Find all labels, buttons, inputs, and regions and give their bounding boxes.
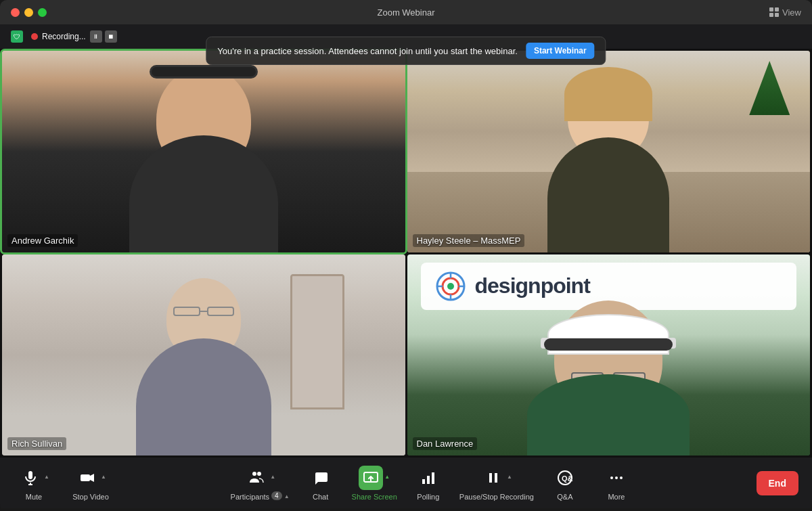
title-bar: Zoom Webinar View — [0, 0, 812, 24]
participants-button[interactable]: ▲ Participants 4 ▲ — [231, 465, 290, 501]
mute-label: Mute — [26, 493, 42, 501]
video-cell-dan: designpoint Dan Lawrence — [407, 254, 811, 456]
toolbar: ▲ Mute ▲ Stop Video — [0, 458, 812, 508]
designpoint-text: designpoint — [475, 273, 590, 298]
share-screen-button[interactable]: ▲ Share Screen — [352, 466, 397, 501]
video-cell-andrew: Andrew Garchik — [2, 51, 405, 252]
svg-rect-17 — [432, 472, 434, 484]
designpoint-icon — [434, 270, 467, 303]
participants-count-caret: ▲ — [284, 493, 290, 499]
svg-rect-15 — [422, 479, 425, 484]
polling-icon — [420, 470, 436, 486]
pause-stop-recording-button[interactable]: ▲ Pause/Stop Recording — [459, 466, 534, 501]
svg-rect-19 — [495, 473, 497, 483]
more-icon — [608, 470, 625, 486]
pause-stop-recording-label: Pause/Stop Recording — [459, 493, 534, 501]
svg-rect-10 — [81, 474, 90, 481]
participant-name-rich: Rich Sullivan — [7, 437, 66, 450]
pause-recording-button[interactable]: ⏸ — [90, 30, 102, 43]
participant-name-andrew: Andrew Garchik — [7, 234, 78, 247]
chat-icon-wrap — [309, 466, 333, 490]
qa-label: Q&A — [557, 493, 572, 501]
mute-button[interactable]: ▲ Mute — [14, 466, 54, 501]
stop-video-icon-wrap — [75, 466, 99, 490]
svg-marker-11 — [90, 474, 94, 482]
share-screen-icon-wrap — [359, 466, 383, 490]
svg-point-24 — [620, 476, 623, 479]
security-icon[interactable]: 🛡 — [11, 30, 23, 43]
participant-name-hayley: Hayley Steele – MassMEP — [413, 234, 525, 247]
minimize-button[interactable] — [24, 8, 33, 17]
toolbar-center: ▲ Participants 4 ▲ Chat — [231, 465, 637, 501]
practice-banner: You're in a practice session. Attendees … — [206, 37, 606, 65]
more-label: More — [608, 493, 625, 501]
more-button[interactable]: More — [596, 466, 637, 501]
pause-stop-recording-icon-wrap — [481, 466, 505, 490]
video-cell-hayley: Hayley Steele – MassMEP — [407, 51, 811, 252]
stop-video-button[interactable]: ▲ Stop Video — [70, 466, 111, 501]
polling-button[interactable]: Polling — [408, 466, 449, 501]
svg-point-23 — [615, 476, 618, 479]
svg-point-12 — [252, 472, 256, 476]
stop-recording-button[interactable]: ⏹ — [105, 30, 117, 43]
view-button[interactable]: View — [769, 7, 801, 18]
svg-point-13 — [257, 472, 261, 476]
qa-button[interactable]: Q&A Q&A — [545, 466, 585, 501]
grid-view-icon — [769, 7, 779, 17]
mute-icon-wrap — [18, 466, 43, 490]
window-title: Zoom Webinar — [377, 7, 434, 18]
polling-icon-wrap — [416, 466, 441, 490]
svg-rect-16 — [427, 476, 430, 484]
share-screen-caret[interactable]: ▲ — [384, 474, 390, 480]
chat-icon — [313, 470, 329, 486]
traffic-lights — [11, 8, 47, 17]
recording-label: Recording... — [42, 32, 86, 41]
recording-indicator — [31, 33, 38, 40]
toolbar-left: ▲ Mute ▲ Stop Video — [14, 466, 111, 501]
practice-message: You're in a practice session. Attendees … — [217, 46, 518, 56]
svg-point-22 — [610, 476, 613, 479]
chat-button[interactable]: Chat — [300, 466, 341, 501]
svg-text:Q&A: Q&A — [562, 474, 573, 483]
close-button[interactable] — [11, 8, 20, 17]
view-label: View — [782, 7, 801, 18]
start-webinar-button[interactable]: Start Webinar — [526, 43, 595, 59]
more-icon-wrap — [604, 466, 629, 490]
stop-video-caret[interactable]: ▲ — [101, 474, 106, 480]
participants-label: Participants — [231, 493, 269, 501]
polling-label: Polling — [417, 493, 439, 501]
pause-recording-icon — [485, 470, 501, 486]
participants-icon-wrap — [244, 465, 269, 489]
video-cell-rich: Rich Sullivan — [2, 254, 405, 456]
svg-rect-7 — [28, 471, 32, 479]
participant-name-dan: Dan Lawrence — [413, 437, 478, 450]
video-bg-rich — [2, 254, 405, 456]
maximize-button[interactable] — [38, 8, 47, 17]
microphone-icon — [22, 470, 39, 486]
video-bg-dan: designpoint — [407, 254, 811, 456]
recording-badge: Recording... ⏸ ⏹ — [31, 30, 117, 43]
participants-caret[interactable]: ▲ — [270, 474, 275, 480]
qa-icon: Q&A — [557, 470, 573, 486]
camera-icon — [79, 470, 95, 486]
mute-caret[interactable]: ▲ — [44, 474, 49, 480]
end-button[interactable]: End — [757, 471, 798, 495]
chat-label: Chat — [313, 493, 328, 501]
video-grid: Andrew Garchik Hayley Steele – MassMEP — [0, 49, 812, 458]
video-bg-andrew — [2, 51, 405, 252]
qa-icon-wrap: Q&A — [553, 466, 577, 490]
svg-point-2 — [447, 283, 454, 290]
stop-video-label: Stop Video — [72, 493, 109, 501]
recording-controls[interactable]: ⏸ ⏹ — [90, 30, 117, 43]
participants-icon — [248, 469, 265, 485]
video-bg-hayley — [407, 51, 811, 252]
participant-count-badge: 4 — [271, 491, 282, 500]
toolbar-right: End — [757, 471, 798, 495]
svg-rect-18 — [489, 473, 492, 483]
pause-stop-caret[interactable]: ▲ — [507, 474, 512, 480]
share-screen-label: Share Screen — [352, 493, 397, 501]
share-screen-icon — [363, 470, 379, 486]
